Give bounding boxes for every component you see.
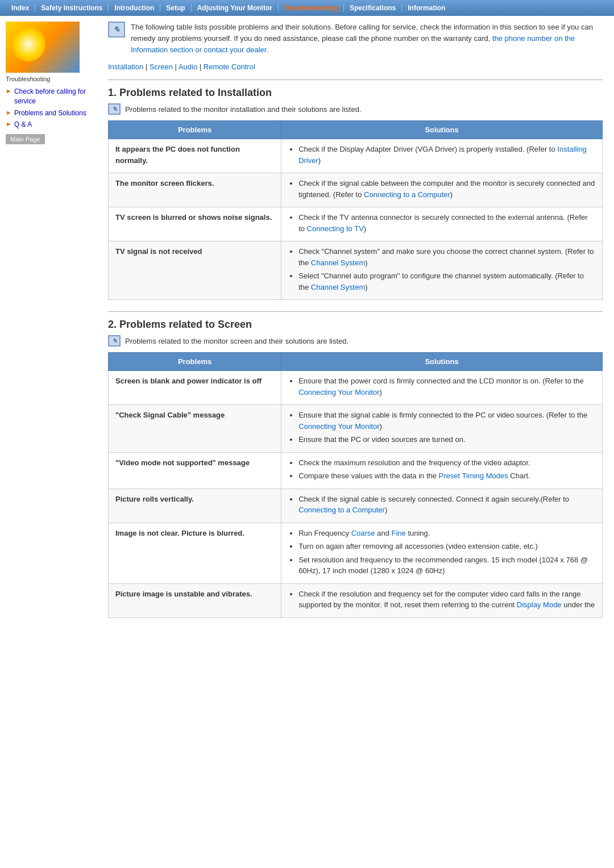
divider-2 [108, 311, 603, 312]
col-header-solutions-1: Solutions [281, 121, 603, 139]
table-row: Picture image is unstable and vibrates.C… [109, 583, 603, 617]
problems-solutions-link[interactable]: Problems and Solutions [14, 108, 86, 118]
sidebar-section-label: Troubleshooting [6, 76, 97, 82]
table-row: It appears the PC does not function norm… [109, 139, 603, 173]
sidebar: Troubleshooting ► Check before calling f… [6, 22, 97, 629]
table-row: "Video mode not supported" messageCheck … [109, 452, 603, 489]
col-header-problems-1: Problems [109, 121, 281, 139]
problem-cell: "Check Signal Cable" message [109, 405, 281, 453]
problem-cell: Picture rolls vertically. [109, 489, 281, 523]
solution-link[interactable]: Preset Timing Modes [439, 471, 508, 480]
solution-cell: Ensure that the power cord is firmly con… [281, 371, 603, 405]
anchor-links: Installation | Screen | Audio | Remote C… [108, 62, 603, 71]
table-row: Picture rolls vertically.Check if the si… [109, 489, 603, 523]
intro-section: ✎ The following table lists possible pro… [108, 22, 603, 56]
separator: | [146, 62, 150, 71]
section2-description: Problems related to the monitor screen a… [125, 337, 349, 345]
col-header-solutions-2: Solutions [281, 353, 603, 371]
fine-link[interactable]: Fine [391, 529, 405, 537]
qa-link[interactable]: Q & A [14, 120, 32, 130]
arrow-icon: ► [6, 120, 12, 127]
solution-item: Ensure that the PC or video sources are … [298, 434, 595, 445]
nav-troubleshooting[interactable]: Troubleshooting [279, 4, 344, 12]
solution-item: Compare these values with the data in th… [298, 470, 595, 482]
problem-cell: Screen is blank and power indicator is o… [109, 371, 281, 405]
table-row: Screen is blank and power indicator is o… [109, 371, 603, 405]
arrow-icon: ► [6, 87, 12, 94]
check-before-link[interactable]: Check before calling for service [14, 87, 97, 106]
solution-item: Ensure that the power cord is firmly con… [298, 375, 595, 398]
problem-cell: "Video mode not supported" message [109, 452, 281, 489]
problem-cell: Image is not clear. Picture is blurred. [109, 523, 281, 583]
solution-item: Check the maximum resolution and the fre… [298, 457, 595, 469]
solution-item: Run Frequency Coarse and Fine tuning. [298, 528, 595, 539]
note-icon-s2: ✎ [108, 335, 121, 347]
intro-text: The following table lists possible probl… [131, 22, 603, 56]
nav-information[interactable]: Information [402, 4, 451, 12]
col-header-problems-2: Problems [109, 353, 281, 371]
solution-item: Check if the signal cable between the co… [298, 178, 595, 200]
nav-specifications[interactable]: Specifications [344, 4, 402, 12]
nav-index[interactable]: Index [6, 4, 35, 12]
table-row: Image is not clear. Picture is blurred.R… [109, 523, 603, 583]
solution-item: Check if the Display Adapter Driver (VGA… [298, 144, 595, 166]
anchor-screen[interactable]: Screen [150, 62, 173, 71]
content-area: ✎ The following table lists possible pro… [102, 22, 608, 629]
solution-item: Select "Channel auto program" to configu… [298, 270, 595, 293]
divider [108, 80, 603, 80]
section-screen: 2. Problems related to Screen ✎ Problems… [108, 319, 603, 618]
solution-cell: Check "Channel system" and make sure you… [281, 241, 603, 300]
solution-cell: Check if the TV antenna connector is sec… [281, 207, 603, 241]
anchor-installation[interactable]: Installation [108, 62, 143, 71]
nav-safety[interactable]: Safety Instructions [35, 4, 109, 12]
top-navigation: Index Safety Instructions Introduction S… [0, 0, 614, 16]
section1-desc: ✎ Problems related to the monitor instal… [108, 103, 603, 115]
nav-introduction[interactable]: Introduction [109, 4, 160, 12]
solution-item: Turn on again after removing all accesso… [298, 541, 595, 552]
solution-cell: Check if the signal cable is securely co… [281, 489, 603, 523]
solution-item: Check if the signal cable is securely co… [298, 494, 595, 516]
solution-link[interactable]: Connecting Your Monitor [298, 388, 379, 397]
sidebar-item-qa[interactable]: ► Q & A [6, 120, 97, 130]
main-page-button[interactable]: Main Page [6, 134, 45, 144]
solution-cell: Check if the signal cable between the co… [281, 173, 603, 207]
problem-cell: Picture image is unstable and vibrates. [109, 583, 281, 617]
main-layout: Troubleshooting ► Check before calling f… [0, 16, 614, 635]
table-row: "Check Signal Cable" messageEnsure that … [109, 405, 603, 453]
solution-link[interactable]: Display Mode [517, 600, 562, 609]
table-row: TV screen is blurred or shows noise sign… [109, 207, 603, 241]
separator: | [200, 62, 204, 71]
section2-desc: ✎ Problems related to the monitor screen… [108, 335, 603, 347]
solution-cell: Run Frequency Coarse and Fine tuning.Tur… [281, 523, 603, 583]
solution-link[interactable]: Connecting to a Computer [364, 190, 450, 199]
solution-link[interactable]: Connecting to TV [307, 224, 364, 233]
anchor-audio[interactable]: Audio [179, 62, 197, 71]
solution-link[interactable]: Channel System [311, 283, 365, 291]
anchor-remote[interactable]: Remote Control [204, 62, 255, 71]
sidebar-item-check-before[interactable]: ► Check before calling for service [6, 87, 97, 106]
solution-cell: Ensure that the signal cable is firmly c… [281, 405, 603, 453]
solution-cell: Check if the resolution and frequency se… [281, 583, 603, 617]
solution-link[interactable]: Connecting to a Computer [298, 506, 385, 514]
solution-item: Check if the TV antenna connector is sec… [298, 212, 595, 234]
solution-item: Check "Channel system" and make sure you… [298, 246, 595, 268]
nav-adjusting[interactable]: Adjusting Your Monitor [192, 4, 279, 12]
note-icon: ✎ [108, 22, 125, 37]
solution-item: Ensure that the signal cable is firmly c… [298, 410, 595, 432]
table-row: TV signal is not receivedCheck "Channel … [109, 241, 603, 300]
problem-cell: TV screen is blurred or shows noise sign… [109, 207, 281, 241]
solution-link[interactable]: Channel System [311, 258, 365, 267]
screen-table: Problems Solutions Screen is blank and p… [108, 352, 603, 618]
problem-cell: TV signal is not received [109, 241, 281, 300]
solution-item: Set resolution and frequency to the reco… [298, 554, 595, 577]
table-row: The monitor screen flickers.Check if the… [109, 173, 603, 207]
sidebar-image [6, 22, 80, 73]
solution-link[interactable]: Connecting Your Monitor [298, 422, 379, 431]
coarse-link[interactable]: Coarse [351, 529, 375, 537]
arrow-icon: ► [6, 109, 12, 116]
section1-description: Problems related to the monitor installa… [125, 105, 362, 114]
section2-title: 2. Problems related to Screen [108, 319, 603, 331]
nav-setup[interactable]: Setup [160, 4, 191, 12]
sidebar-item-problems[interactable]: ► Problems and Solutions [6, 108, 97, 118]
note-icon-s1: ✎ [108, 103, 121, 115]
